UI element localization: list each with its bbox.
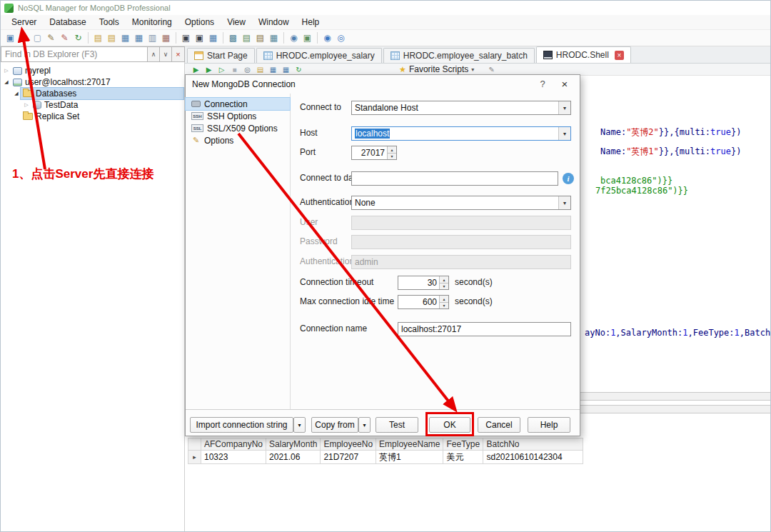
tab-close-icon[interactable]: ×	[615, 51, 624, 60]
disconnect-icon[interactable]: ▢	[31, 32, 44, 44]
connection-name-input[interactable]: localhost:27017	[398, 322, 571, 336]
spin-up-icon[interactable]: ▴	[388, 146, 396, 154]
tree-expander-icon[interactable]: ◢	[12, 91, 21, 96]
connect-to-select[interactable]: Standalone Host ▾	[351, 101, 571, 115]
new-connection-icon[interactable]: ▣	[4, 32, 16, 44]
import-connection-string-button[interactable]: Import connection string	[190, 417, 293, 433]
tree-expander-icon[interactable]: ▷	[2, 68, 11, 74]
grid-column-header[interactable]: BatchNo	[483, 438, 583, 451]
aggregate-icon[interactable]: ▦	[268, 32, 280, 44]
authentication-select[interactable]: None ▾	[351, 196, 571, 210]
tab-hrodc-employee-salary[interactable]: HRODC.employee_salary	[256, 48, 382, 63]
find-previous-button[interactable]: ∧	[148, 46, 160, 62]
start-page-icon	[194, 51, 203, 60]
save-script-icon[interactable]: ▦	[268, 64, 278, 74]
new-database-icon[interactable]: ▤	[92, 32, 104, 44]
tree-item-databases[interactable]: ◢Databases	[1, 88, 183, 99]
shell-options-icon[interactable]: ✎	[486, 64, 497, 74]
connection-timeout-input[interactable]: 30 ▴▾	[398, 276, 449, 290]
users-icon[interactable]: ◉	[288, 32, 300, 44]
dialog-close-icon[interactable]: ×	[558, 78, 571, 90]
spin-up-icon[interactable]: ▴	[440, 276, 448, 283]
edit-connection-icon[interactable]: ✎	[45, 32, 57, 44]
spin-down-icon[interactable]: ▾	[440, 303, 448, 309]
monitor-server-icon[interactable]: ▣	[301, 32, 313, 44]
shell-window-icon[interactable]: ▣	[193, 32, 206, 44]
stop-execution-icon[interactable]: ■	[229, 64, 240, 74]
port-stepper[interactable]: ▴▾	[387, 146, 396, 159]
idle-stepper[interactable]: ▴▾	[439, 296, 448, 308]
save-script-as-icon[interactable]: ▦	[281, 64, 291, 74]
table-row[interactable]: ▸103232021.0621D7207英博1美元sd2021061014230…	[188, 451, 583, 464]
export-icon[interactable]: ▤	[241, 32, 253, 44]
tab-hrodc-shell[interactable]: HRODC.Shell×	[536, 46, 631, 63]
import-dropdown-icon[interactable]: ▾	[293, 417, 306, 433]
host-input[interactable]: localhost ▾	[351, 126, 571, 141]
cancel-button[interactable]: Cancel	[478, 417, 520, 433]
database-input[interactable]	[351, 171, 558, 186]
copy-from-dropdown-icon[interactable]: ▾	[358, 417, 371, 433]
script-history-icon[interactable]: ↻	[293, 64, 304, 74]
execute-selected-icon[interactable]: ▷	[216, 64, 227, 74]
grid-column-header[interactable]: EmployeeName	[376, 438, 443, 451]
import-icon[interactable]: ▤	[254, 32, 266, 44]
grid-view-icon[interactable]: ▦	[207, 32, 219, 44]
chevron-down-icon[interactable]: ▾	[558, 196, 570, 209]
table-remove-icon[interactable]: ▦	[160, 32, 172, 44]
tree-item-testdata[interactable]: ▷TestData	[1, 99, 183, 111]
tree-expander-icon[interactable]: ◢	[2, 79, 11, 85]
tab-start-page[interactable]: Start Page	[187, 48, 255, 63]
find-next-button[interactable]: ∨	[160, 46, 172, 62]
grid-column-header[interactable]: EmployeeNo	[321, 438, 376, 451]
grid-column-header[interactable]: SalaryMonth	[266, 438, 321, 451]
test-button[interactable]: Test	[376, 417, 418, 433]
execute-script-icon[interactable]: ▶	[191, 64, 201, 74]
open-folder-icon[interactable]: ▤	[106, 32, 118, 44]
chevron-down-icon[interactable]: ▾	[558, 101, 570, 114]
spin-down-icon[interactable]: ▾	[440, 283, 448, 290]
execute-statement-icon[interactable]: ▶	[203, 64, 214, 74]
ok-button[interactable]: OK	[429, 417, 470, 433]
map-reduce-icon[interactable]: ▩	[227, 32, 239, 44]
chevron-down-icon[interactable]: ▾	[558, 127, 570, 140]
help-icon[interactable]: ◉	[321, 32, 333, 44]
find-in-script-icon[interactable]: ◎	[242, 64, 253, 74]
favorite-scripts-button[interactable]: ★Favorite Scripts▾	[399, 64, 474, 74]
tab-hrodc-employee-salary-batch[interactable]: HRODC.employee_salary_batch	[383, 48, 535, 63]
find-close-button[interactable]: ×	[172, 46, 185, 62]
help-button[interactable]: Help	[528, 417, 570, 433]
monitor-icon[interactable]: ▣	[180, 32, 192, 44]
spin-down-icon[interactable]: ▾	[388, 154, 396, 160]
timeout-stepper[interactable]: ▴▾	[439, 276, 448, 289]
table-view-icon[interactable]: ▥	[146, 32, 158, 44]
grid-column-header[interactable]: FeeType	[443, 438, 483, 451]
menu-item-options[interactable]: Options	[178, 16, 221, 29]
spin-up-icon[interactable]: ▴	[440, 296, 448, 303]
open-script-icon[interactable]: ▤	[255, 64, 266, 74]
menu-item-monitoring[interactable]: Monitoring	[126, 16, 178, 29]
dialog-help-icon[interactable]: ?	[537, 79, 548, 89]
connect-icon[interactable]: ▶	[18, 32, 30, 44]
menu-item-tools[interactable]: Tools	[93, 16, 126, 29]
delete-connection-icon[interactable]: ✎	[59, 32, 71, 44]
tree-item-replica-set[interactable]: Replica Set	[1, 111, 183, 122]
max-idle-time-input[interactable]: 600 ▴▾	[398, 295, 449, 309]
tree-expander-icon[interactable]: ▷	[22, 102, 31, 108]
refresh-icon[interactable]: ↻	[72, 32, 84, 44]
info-icon[interactable]: i	[563, 173, 574, 184]
table-icon[interactable]: ▦	[119, 32, 131, 44]
menu-item-help[interactable]: Help	[296, 16, 326, 29]
menu-item-database[interactable]: Database	[43, 16, 92, 29]
copy-from-button[interactable]: Copy from	[311, 417, 358, 433]
menu-item-server[interactable]: Server	[5, 16, 43, 29]
replica-connection-icon	[13, 67, 22, 75]
find-input[interactable]: Find in DB Explorer (F3)	[1, 46, 148, 62]
menu-item-view[interactable]: View	[221, 16, 252, 29]
grid-column-header[interactable]: AFCompanyNo	[201, 438, 266, 451]
table-add-icon[interactable]: ▦	[133, 32, 145, 44]
tree-item-myrepl[interactable]: ▷myrepl	[1, 65, 183, 76]
menu-item-window[interactable]: Window	[252, 16, 296, 29]
info-circle-icon[interactable]: ◎	[335, 32, 347, 44]
tree-item-user-localhost-27017[interactable]: ◢user@localhost:27017	[1, 76, 183, 88]
port-input[interactable]: 27017 ▴▾	[351, 146, 397, 160]
